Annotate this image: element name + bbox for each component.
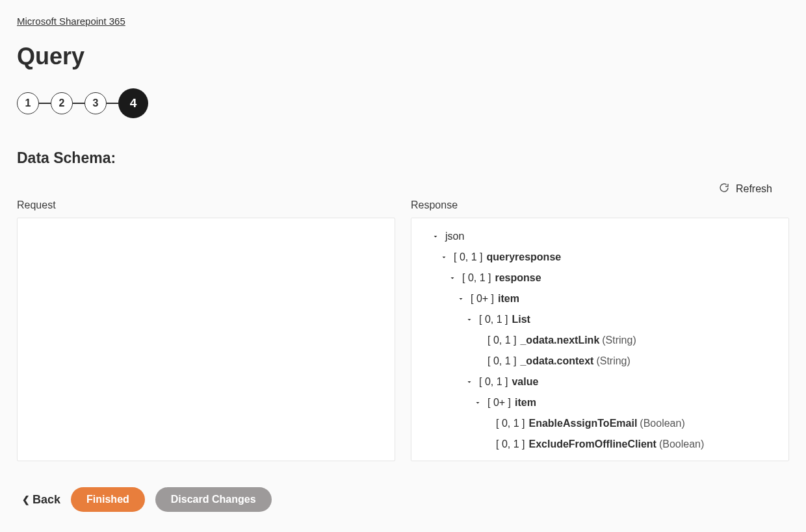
tree-node-list[interactable]: [ 0, 1 ] List bbox=[463, 309, 788, 330]
node-label: ExcludeFromOfflineClient bbox=[528, 437, 656, 452]
cardinality: [ 0, 1 ] bbox=[496, 416, 525, 431]
step-2[interactable]: 2 bbox=[51, 92, 73, 114]
node-label: EnableAssignToEmail bbox=[528, 416, 637, 431]
tree-node-exclude[interactable]: [ 0, 1 ] ExcludeFromOfflineClient (Boole… bbox=[480, 434, 788, 455]
chevron-down-icon[interactable] bbox=[463, 314, 475, 325]
tree-node-json[interactable]: json bbox=[430, 226, 788, 247]
node-label: List bbox=[512, 312, 530, 327]
finished-button[interactable]: Finished bbox=[71, 487, 145, 512]
node-type: (Boolean) bbox=[640, 416, 684, 431]
cardinality: [ 0+ ] bbox=[488, 395, 511, 411]
tree-node-item[interactable]: [ 0+ ] item bbox=[472, 392, 788, 413]
node-label: _odata.context bbox=[520, 353, 593, 369]
node-label: item bbox=[498, 291, 519, 307]
breadcrumb-parent-link[interactable]: Microsoft Sharepoint 365 bbox=[17, 16, 125, 27]
cardinality: [ 0, 1 ] bbox=[462, 270, 491, 286]
tree-node-item[interactable]: [ 0+ ] item bbox=[455, 288, 788, 309]
tree-node-nextlink[interactable]: [ 0, 1 ] _odata.nextLink (String) bbox=[472, 330, 788, 351]
tree-node-context[interactable]: [ 0, 1 ] _odata.context (String) bbox=[472, 351, 788, 372]
node-label: item bbox=[515, 395, 536, 411]
chevron-down-icon[interactable] bbox=[447, 272, 458, 284]
node-label: _odata.nextLink bbox=[520, 333, 599, 348]
section-title: Data Schema: bbox=[17, 149, 789, 167]
node-label: json bbox=[445, 229, 464, 244]
step-connector bbox=[39, 103, 51, 104]
cardinality: [ 0, 1 ] bbox=[488, 333, 516, 348]
back-button[interactable]: ❮ Back bbox=[22, 493, 60, 507]
chevron-left-icon: ❮ bbox=[22, 494, 30, 505]
node-label: queryresponse bbox=[486, 249, 561, 265]
chevron-down-icon[interactable] bbox=[455, 293, 467, 305]
refresh-button[interactable]: Refresh bbox=[719, 183, 772, 196]
request-panel-label: Request bbox=[17, 199, 395, 211]
chevron-down-icon[interactable] bbox=[463, 376, 475, 388]
step-connector bbox=[107, 103, 118, 104]
cardinality: [ 0, 1 ] bbox=[454, 249, 482, 265]
step-3[interactable]: 3 bbox=[84, 92, 107, 114]
discard-changes-button[interactable]: Discard Changes bbox=[155, 487, 272, 512]
node-type: (Boolean) bbox=[659, 437, 704, 452]
cardinality: [ 0+ ] bbox=[471, 291, 494, 307]
tree-node-queryresponse[interactable]: [ 0, 1 ] queryresponse bbox=[438, 247, 788, 268]
page-title: Query bbox=[17, 43, 789, 70]
node-label: response bbox=[495, 270, 541, 286]
cardinality: [ 0, 1 ] bbox=[479, 312, 508, 327]
node-type: (String) bbox=[602, 333, 636, 348]
response-panel[interactable]: json [ 0, 1 ] queryresponse bbox=[411, 218, 789, 461]
refresh-icon bbox=[719, 183, 729, 196]
node-label: value bbox=[512, 374, 538, 390]
cardinality: [ 0, 1 ] bbox=[496, 437, 525, 452]
refresh-label: Refresh bbox=[736, 183, 772, 195]
chevron-down-icon[interactable] bbox=[430, 231, 441, 242]
step-connector bbox=[73, 103, 84, 104]
chevron-down-icon[interactable] bbox=[472, 397, 484, 409]
request-panel[interactable] bbox=[17, 218, 395, 461]
response-panel-label: Response bbox=[411, 199, 789, 211]
cardinality: [ 0, 1 ] bbox=[488, 353, 516, 369]
cardinality: [ 0, 1 ] bbox=[479, 374, 508, 390]
step-1[interactable]: 1 bbox=[17, 92, 39, 114]
tree-node-enableassign[interactable]: [ 0, 1 ] EnableAssignToEmail (Boolean) bbox=[480, 413, 788, 434]
step-4[interactable]: 4 bbox=[118, 88, 148, 118]
chevron-down-icon[interactable] bbox=[438, 251, 450, 263]
tree-node-response[interactable]: [ 0, 1 ] response bbox=[447, 268, 788, 288]
stepper: 1 2 3 4 bbox=[17, 88, 789, 118]
node-type: (String) bbox=[596, 353, 630, 369]
tree-node-value[interactable]: [ 0, 1 ] value bbox=[463, 372, 788, 392]
back-label: Back bbox=[32, 493, 60, 507]
